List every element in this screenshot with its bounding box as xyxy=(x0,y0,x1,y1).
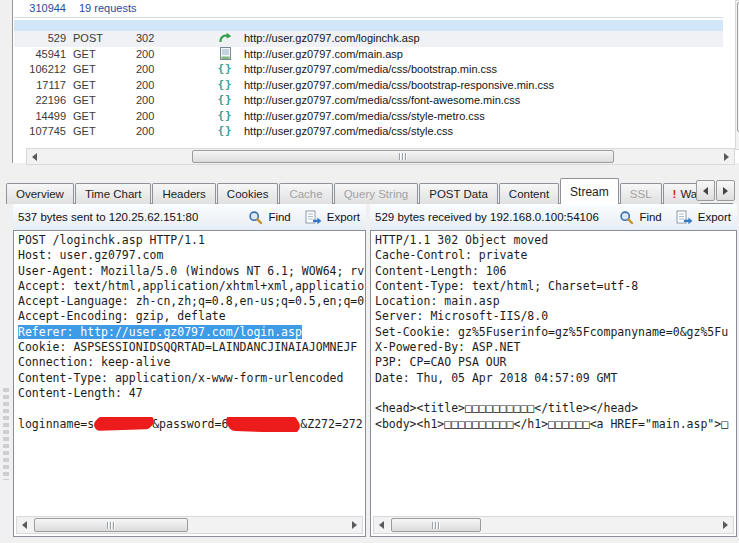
scrollbar-thumb[interactable] xyxy=(34,518,188,532)
thumb-grip-icon xyxy=(107,522,116,529)
tab-query-string: Query String xyxy=(334,183,419,204)
scroll-left-button[interactable] xyxy=(374,518,389,531)
table-row[interactable]: 45941GET200http://user.gz0797.com/main.a… xyxy=(14,47,723,63)
arrow-left-icon xyxy=(703,187,708,195)
arrow-left-icon xyxy=(22,521,27,529)
url-cell: http://user.gz0797.com/media/css/style-m… xyxy=(244,110,721,122)
method-cell: GET xyxy=(73,63,123,75)
scroll-left-button[interactable] xyxy=(17,518,32,531)
tab-content[interactable]: Content xyxy=(499,183,559,204)
status-cell: 200 xyxy=(136,63,181,75)
tab-stream[interactable]: Stream xyxy=(560,178,619,204)
table-row[interactable]: 22196GET200{}http://user.gz0797.com/medi… xyxy=(14,93,723,109)
stream-line: <body><h1>□□□□□□□□□□</h1>□□□□□□<a HREF="… xyxy=(375,417,736,432)
stream-line: Content-Type: application/x-www-form-url… xyxy=(18,371,365,386)
scrollbar-thumb[interactable] xyxy=(192,150,614,163)
method-cell: GET xyxy=(73,79,123,91)
status-cell: 302 xyxy=(136,32,181,44)
css-icon: {} xyxy=(214,93,236,106)
method-cell: GET xyxy=(73,110,123,122)
stream-line: Connection: keep-alive xyxy=(18,355,365,370)
received-lines: HTTP/1.1 302 Object movedCache-Control: … xyxy=(375,233,736,515)
sent-horizontal-scrollbar[interactable] xyxy=(16,516,363,534)
method-cell: GET xyxy=(73,48,123,60)
find-button[interactable]: Find xyxy=(248,210,290,225)
tab-headers[interactable]: Headers xyxy=(152,183,215,204)
size-cell: 14499 xyxy=(14,110,66,122)
stream-line: Accept-Language: zh-cn,zh;q=0.8,en-us;q=… xyxy=(18,294,365,309)
export-button[interactable]: Export xyxy=(676,210,731,225)
export-label: Export xyxy=(698,211,731,223)
url-cell: http://user.gz0797.com/media/css/bootstr… xyxy=(244,79,721,91)
find-label: Find xyxy=(639,211,661,223)
method-cell: GET xyxy=(73,94,123,106)
stream-line: POST /loginchk.asp HTTP/1.1 xyxy=(18,233,365,248)
table-row[interactable]: 17117GET200{}http://user.gz0797.com/medi… xyxy=(14,78,723,94)
stream-line: Accept: text/html,application/xhtml+xml,… xyxy=(18,279,365,294)
css-icon: {} xyxy=(214,62,236,75)
table-row[interactable]: 107745GET200{}http://user.gz0797.com/med… xyxy=(14,124,723,140)
table-vertical-scrollbar[interactable] xyxy=(735,0,739,150)
scroll-left-button[interactable] xyxy=(27,150,42,163)
find-button[interactable]: Find xyxy=(619,210,661,225)
tab-label: Content xyxy=(509,188,549,200)
find-label: Find xyxy=(268,211,290,223)
requests-panel: 310944 19 requests 529POST302http://user… xyxy=(12,0,739,163)
received-pane-header: 529 bytes received by 192.168.0.100:5410… xyxy=(370,204,737,231)
scroll-right-button[interactable] xyxy=(347,518,362,531)
stream-line: X-Powered-By: ASP.NET xyxy=(375,340,736,355)
stream-line xyxy=(375,386,736,401)
sent-pane-header: 537 bytes sent to 120.25.62.151:80 Find … xyxy=(13,204,366,231)
size-cell: 107745 xyxy=(14,125,66,137)
table-horizontal-scrollbar[interactable] xyxy=(26,148,735,165)
sent-bytes-label: 537 bytes sent to 120.25.62.151:80 xyxy=(18,211,198,223)
tab-overview[interactable]: Overview xyxy=(6,183,74,204)
scrollbar-thumb[interactable] xyxy=(391,518,481,532)
scroll-right-button[interactable] xyxy=(718,518,733,531)
tab-scroll-left-button[interactable] xyxy=(696,180,715,201)
received-stream-pane: 529 bytes received by 192.168.0.100:5410… xyxy=(370,204,737,537)
sent-stream-text[interactable]: POST /loginchk.asp HTTP/1.1Host: user.gz… xyxy=(13,230,366,537)
selected-empty-row[interactable] xyxy=(14,20,723,31)
received-horizontal-scrollbar[interactable] xyxy=(373,516,734,534)
document-icon xyxy=(214,47,236,62)
search-icon xyxy=(619,210,634,225)
tab-cache: Cache xyxy=(279,183,332,204)
stream-line: Referer: http://user.gz0797.com/login.as… xyxy=(18,325,365,340)
stream-line: HTTP/1.1 302 Object moved xyxy=(375,233,736,248)
scroll-right-button[interactable] xyxy=(719,150,734,163)
table-row[interactable]: 106212GET200{}http://user.gz0797.com/med… xyxy=(14,62,723,78)
stream-line: Content-Length: 106 xyxy=(375,264,736,279)
method-cell: POST xyxy=(73,32,123,44)
export-icon xyxy=(676,210,693,225)
redaction-scribble xyxy=(228,417,300,432)
tab-label: Query String xyxy=(344,188,409,200)
stream-line: User-Agent: Mozilla/5.0 (Windows NT 6.1;… xyxy=(18,264,365,279)
table-row[interactable]: 14499GET200{}http://user.gz0797.com/medi… xyxy=(14,109,723,125)
tab-time-chart[interactable]: Time Chart xyxy=(75,183,151,204)
edge-watermark xyxy=(3,388,9,480)
tab-label: Time Chart xyxy=(85,188,141,200)
tab-cookies[interactable]: Cookies xyxy=(217,183,279,204)
tab-warning[interactable]: !Warning xyxy=(663,183,700,204)
tab-label: Cache xyxy=(289,188,322,200)
arrow-right-icon xyxy=(352,521,357,529)
table-row[interactable]: 529POST302http://user.gz0797.com/loginch… xyxy=(14,31,723,47)
css-icon: {} xyxy=(214,78,236,91)
received-stream-text[interactable]: HTTP/1.1 302 Object movedCache-Control: … xyxy=(370,230,737,537)
tab-post-data[interactable]: POST Data xyxy=(419,183,498,204)
stream-line: Cache-Control: private xyxy=(375,248,736,263)
status-cell: 200 xyxy=(136,79,181,91)
warning-icon: ! xyxy=(673,188,677,200)
stream-line: loginname=s&password=6&Z272=272 xyxy=(18,417,365,432)
url-cell: http://user.gz0797.com/main.asp xyxy=(244,48,721,60)
stream-line: Date: Thu, 05 Apr 2018 04:57:09 GMT xyxy=(375,371,736,386)
export-button[interactable]: Export xyxy=(305,210,360,225)
requests-table[interactable]: 529POST302http://user.gz0797.com/loginch… xyxy=(14,18,723,148)
size-cell: 529 xyxy=(14,32,66,44)
export-icon xyxy=(305,210,322,225)
tab-scroll-right-button[interactable] xyxy=(716,180,735,201)
size-cell: 45941 xyxy=(14,48,66,60)
tab-list: OverviewTime ChartHeadersCookiesCacheQue… xyxy=(6,178,700,204)
detail-tabbar: OverviewTime ChartHeadersCookiesCacheQue… xyxy=(6,178,739,204)
